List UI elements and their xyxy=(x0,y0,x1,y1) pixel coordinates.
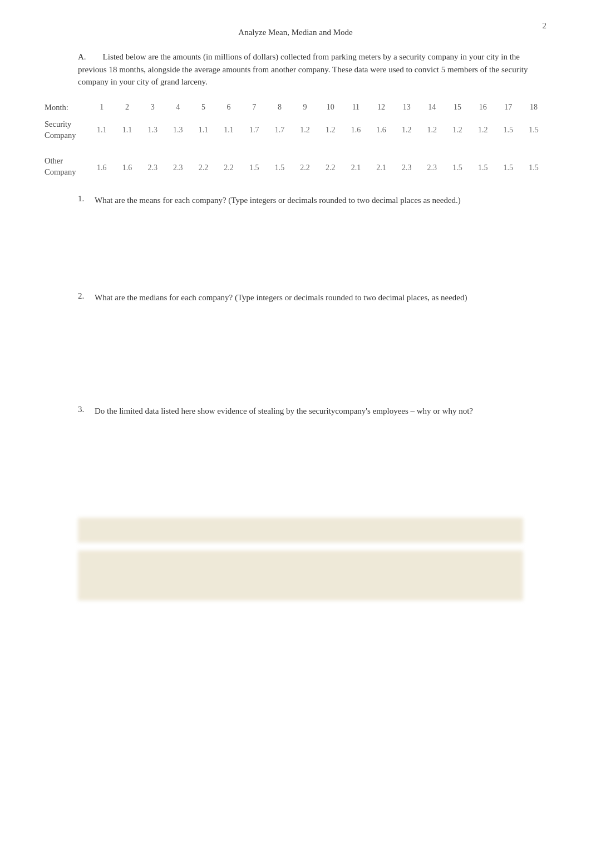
answer-space-2 xyxy=(78,304,546,393)
oth-val-15: 1.5 xyxy=(445,152,470,182)
question-3-text: Do the limited data listed here show evi… xyxy=(95,405,473,418)
blurred-answer-2 xyxy=(78,550,523,601)
sec-val-14: 1.2 xyxy=(420,115,445,152)
oth-val-7: 1.5 xyxy=(242,152,267,182)
sec-val-2: 1.1 xyxy=(115,115,140,152)
data-table: Month: 1 2 3 4 5 6 7 8 9 10 11 12 13 14 … xyxy=(45,101,546,182)
question-2-text: What are the medians for each company? (… xyxy=(95,291,467,304)
question-3-number: 3. xyxy=(78,405,95,414)
questions-section: 1. What are the means for each company? … xyxy=(78,194,546,601)
intro-text: Listed below are the amounts (in million… xyxy=(78,52,528,86)
oth-val-16: 1.5 xyxy=(470,152,496,182)
month-4: 4 xyxy=(165,101,191,115)
sec-val-13: 1.2 xyxy=(394,115,420,152)
month-12: 12 xyxy=(368,101,394,115)
question-3: 3. Do the limited data listed here show … xyxy=(78,405,546,418)
sec-val-1: 1.1 xyxy=(89,115,115,152)
sec-val-15: 1.2 xyxy=(445,115,470,152)
oth-val-6: 2.2 xyxy=(216,152,242,182)
sec-val-12: 1.6 xyxy=(368,115,394,152)
sec-val-16: 1.2 xyxy=(470,115,496,152)
sec-val-9: 1.2 xyxy=(292,115,318,152)
month-9: 9 xyxy=(292,101,318,115)
oth-val-11: 2.1 xyxy=(343,152,369,182)
month-11: 11 xyxy=(343,101,369,115)
month-2: 2 xyxy=(115,101,140,115)
month-8: 8 xyxy=(267,101,293,115)
oth-val-4: 2.3 xyxy=(165,152,191,182)
oth-val-17: 1.5 xyxy=(496,152,521,182)
question-1: 1. What are the means for each company? … xyxy=(78,194,546,207)
month-5: 5 xyxy=(191,101,216,115)
blurred-answers xyxy=(78,518,546,601)
oth-val-3: 2.3 xyxy=(140,152,165,182)
oth-val-2: 1.6 xyxy=(115,152,140,182)
sec-val-3: 1.3 xyxy=(140,115,165,152)
oth-val-18: 1.5 xyxy=(521,152,546,182)
question-2: 2. What are the medians for each company… xyxy=(78,291,546,304)
page-title: Analyze Mean, Median and Mode xyxy=(45,28,546,37)
question-1-number: 1. xyxy=(78,194,95,204)
month-6: 6 xyxy=(216,101,242,115)
oth-val-14: 2.3 xyxy=(420,152,445,182)
other-label: OtherCompany xyxy=(45,152,89,182)
question-2-number: 2. xyxy=(78,291,95,301)
sec-val-17: 1.5 xyxy=(496,115,521,152)
month-16: 16 xyxy=(470,101,496,115)
oth-val-5: 2.2 xyxy=(191,152,216,182)
sec-val-11: 1.6 xyxy=(343,115,369,152)
month-17: 17 xyxy=(496,101,521,115)
page: 2 Analyze Mean, Median and Mode A. Liste… xyxy=(0,0,591,868)
month-15: 15 xyxy=(445,101,470,115)
sec-val-10: 1.2 xyxy=(318,115,343,152)
sec-val-8: 1.7 xyxy=(267,115,293,152)
sec-val-6: 1.1 xyxy=(216,115,242,152)
question-1-text: What are the means for each company? (Ty… xyxy=(95,194,461,207)
answer-space-3 xyxy=(78,418,546,507)
oth-val-8: 1.5 xyxy=(267,152,293,182)
month-3: 3 xyxy=(140,101,165,115)
intro-section: A. Listed below are the amounts (in mill… xyxy=(78,51,546,88)
security-row: SecurityCompany 1.1 1.1 1.3 1.3 1.1 1.1 … xyxy=(45,115,546,152)
page-number: 2 xyxy=(543,21,547,31)
oth-val-10: 2.2 xyxy=(318,152,343,182)
oth-val-13: 2.3 xyxy=(394,152,420,182)
month-14: 14 xyxy=(420,101,445,115)
month-13: 13 xyxy=(394,101,420,115)
month-10: 10 xyxy=(318,101,343,115)
sec-val-7: 1.7 xyxy=(242,115,267,152)
month-18: 18 xyxy=(521,101,546,115)
sec-val-18: 1.5 xyxy=(521,115,546,152)
months-row: Month: 1 2 3 4 5 6 7 8 9 10 11 12 13 14 … xyxy=(45,101,546,115)
answer-space-1 xyxy=(78,207,546,279)
oth-val-1: 1.6 xyxy=(89,152,115,182)
sec-val-5: 1.1 xyxy=(191,115,216,152)
sec-val-4: 1.3 xyxy=(165,115,191,152)
oth-val-9: 2.2 xyxy=(292,152,318,182)
security-label: SecurityCompany xyxy=(45,115,89,152)
blurred-answer-1 xyxy=(78,518,523,543)
month-1: 1 xyxy=(89,101,115,115)
intro-label: A. xyxy=(78,52,86,61)
months-label: Month: xyxy=(45,101,89,115)
month-7: 7 xyxy=(242,101,267,115)
other-row: OtherCompany 1.6 1.6 2.3 2.3 2.2 2.2 1.5… xyxy=(45,152,546,182)
oth-val-12: 2.1 xyxy=(368,152,394,182)
